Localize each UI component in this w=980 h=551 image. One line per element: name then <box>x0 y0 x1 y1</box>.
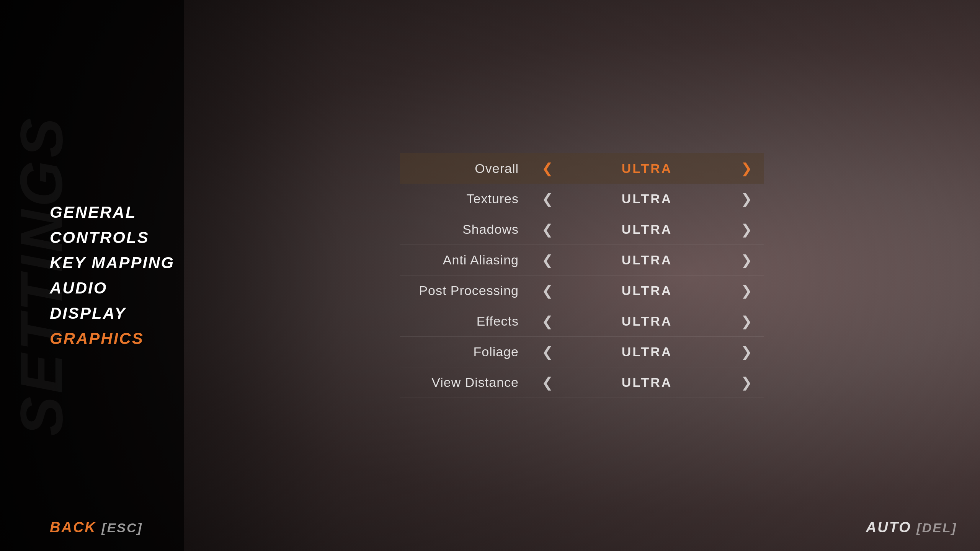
arrow-left-view-distance[interactable]: ❮ <box>538 376 557 390</box>
setting-control-post-processing: ❮ULTRA❯ <box>530 283 764 298</box>
arrow-right-anti-aliasing[interactable]: ❯ <box>737 253 756 267</box>
arrow-right-effects[interactable]: ❯ <box>737 315 756 328</box>
setting-value-shadows: ULTRA <box>557 222 737 237</box>
setting-row-effects: Effects❮ULTRA❯ <box>400 306 764 337</box>
sidebar-item-controls[interactable]: CONTROLS <box>50 228 184 247</box>
sidebar: SETTINGS GENERALCONTROLSKEY MAPPINGAUDIO… <box>0 0 184 551</box>
setting-control-foliage: ❮ULTRA❯ <box>530 344 764 359</box>
arrow-right-post-processing[interactable]: ❯ <box>737 284 756 298</box>
arrow-right-shadows[interactable]: ❯ <box>737 223 756 236</box>
setting-control-effects: ❮ULTRA❯ <box>530 314 764 329</box>
setting-value-overall: ULTRA <box>557 161 737 176</box>
setting-row-foliage: Foliage❮ULTRA❯ <box>400 337 764 367</box>
sidebar-item-display[interactable]: DISPLAY <box>50 304 184 323</box>
setting-value-foliage: ULTRA <box>557 344 737 359</box>
arrow-left-shadows[interactable]: ❮ <box>538 223 557 236</box>
setting-label-overall: Overall <box>400 161 530 176</box>
setting-row-view-distance: View Distance❮ULTRA❯ <box>400 367 764 398</box>
auto-button[interactable]: AUTO [del] <box>866 519 957 536</box>
setting-label-view-distance: View Distance <box>400 375 530 390</box>
arrow-right-overall[interactable]: ❯ <box>737 161 756 175</box>
arrow-left-foliage[interactable]: ❮ <box>538 345 557 359</box>
setting-value-textures: ULTRA <box>557 191 737 206</box>
back-key: [esc] <box>101 520 143 535</box>
setting-label-textures: Textures <box>400 191 530 206</box>
sidebar-item-audio[interactable]: AUDIO <box>50 279 184 297</box>
nav-menu: GENERALCONTROLSKEY MAPPINGAUDIODISPLAYGR… <box>50 203 184 348</box>
setting-control-textures: ❮ULTRA❯ <box>530 191 764 206</box>
arrow-right-view-distance[interactable]: ❯ <box>737 376 756 390</box>
setting-value-view-distance: ULTRA <box>557 375 737 390</box>
setting-control-view-distance: ❮ULTRA❯ <box>530 375 764 390</box>
bottom-bar: BACK [esc] AUTO [del] <box>50 519 957 536</box>
setting-row-anti-aliasing: Anti Aliasing❮ULTRA❯ <box>400 245 764 276</box>
setting-label-shadows: Shadows <box>400 222 530 237</box>
setting-value-post-processing: ULTRA <box>557 283 737 298</box>
setting-control-shadows: ❮ULTRA❯ <box>530 222 764 237</box>
auto-key: [del] <box>916 520 957 535</box>
arrow-left-anti-aliasing[interactable]: ❮ <box>538 253 557 267</box>
auto-label: AUTO <box>866 519 911 535</box>
arrow-right-foliage[interactable]: ❯ <box>737 345 756 359</box>
setting-row-textures: Textures❮ULTRA❯ <box>400 184 764 214</box>
setting-label-foliage: Foliage <box>400 344 530 359</box>
setting-row-overall: Overall❮ULTRA❯ <box>400 153 764 184</box>
setting-row-post-processing: Post Processing❮ULTRA❯ <box>400 276 764 306</box>
arrow-left-textures[interactable]: ❮ <box>538 192 557 206</box>
arrow-left-overall[interactable]: ❮ <box>538 161 557 175</box>
sidebar-item-general[interactable]: GENERAL <box>50 203 184 222</box>
back-label: BACK <box>50 519 96 535</box>
setting-label-effects: Effects <box>400 314 530 329</box>
setting-row-shadows: Shadows❮ULTRA❯ <box>400 214 764 245</box>
arrow-left-effects[interactable]: ❮ <box>538 315 557 328</box>
setting-value-effects: ULTRA <box>557 314 737 329</box>
main-content: Overall❮ULTRA❯Textures❮ULTRA❯Shadows❮ULT… <box>184 0 980 551</box>
back-button[interactable]: BACK [esc] <box>50 519 143 536</box>
sidebar-item-graphics[interactable]: GRAPHICS <box>50 329 184 348</box>
setting-control-anti-aliasing: ❮ULTRA❯ <box>530 253 764 267</box>
arrow-left-post-processing[interactable]: ❮ <box>538 284 557 298</box>
setting-label-post-processing: Post Processing <box>400 283 530 298</box>
arrow-right-textures[interactable]: ❯ <box>737 192 756 206</box>
sidebar-item-key-mapping[interactable]: KEY MAPPING <box>50 254 184 272</box>
setting-label-anti-aliasing: Anti Aliasing <box>400 253 530 267</box>
setting-control-overall: ❮ULTRA❯ <box>530 161 764 176</box>
setting-value-anti-aliasing: ULTRA <box>557 253 737 267</box>
settings-panel: Overall❮ULTRA❯Textures❮ULTRA❯Shadows❮ULT… <box>400 153 764 398</box>
